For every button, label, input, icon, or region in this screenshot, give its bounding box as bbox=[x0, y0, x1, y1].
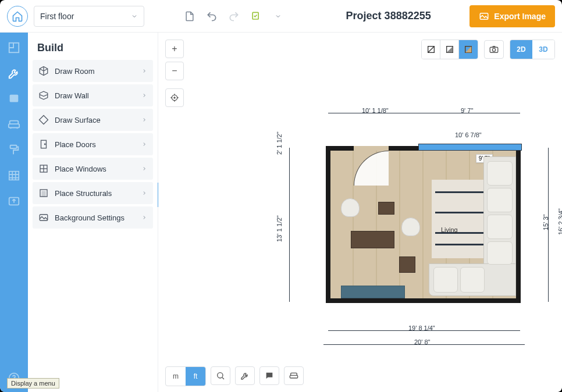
chevron-right-icon bbox=[141, 215, 147, 220]
status-tooltip: Display a menu bbox=[7, 378, 59, 389]
surface-icon bbox=[38, 115, 49, 125]
chevron-right-icon bbox=[141, 190, 147, 196]
window-icon bbox=[38, 163, 49, 174]
cabinet[interactable] bbox=[341, 286, 405, 298]
view-mode-group: 2D 3D bbox=[510, 40, 555, 59]
panel-item-label: Place Doors bbox=[55, 140, 96, 149]
svg-line-22 bbox=[428, 47, 434, 53]
room-label: Living bbox=[441, 226, 458, 233]
dim-right-inner: 15' 3" bbox=[542, 215, 549, 230]
icon-sidebar bbox=[0, 33, 28, 392]
floorplan-canvas[interactable]: + − bbox=[158, 33, 562, 392]
dim-left-lower: 13' 1 1/2" bbox=[276, 215, 283, 242]
build-panel: Build Draw RoomDraw WallDraw SurfacePlac… bbox=[28, 33, 158, 392]
dim-bottom-inner: 19' 8 1/4" bbox=[408, 325, 435, 332]
door-opening[interactable] bbox=[354, 146, 389, 151]
panel-item-draw-room[interactable]: Draw Room bbox=[33, 60, 153, 82]
save-status-icon[interactable] bbox=[250, 10, 262, 23]
panel-item-label: Draw Wall bbox=[55, 91, 89, 100]
zoom-in-button[interactable]: + bbox=[165, 40, 184, 58]
structural-icon bbox=[38, 188, 49, 198]
chevron-right-icon bbox=[141, 92, 147, 98]
svg-line-28 bbox=[222, 377, 224, 379]
furniture-button[interactable] bbox=[284, 366, 304, 385]
panel-item-draw-surface[interactable]: Draw Surface bbox=[33, 109, 153, 131]
svg-rect-29 bbox=[290, 375, 297, 378]
svg-rect-17 bbox=[42, 191, 45, 197]
panel-item-label: Draw Surface bbox=[55, 116, 101, 124]
panel-item-label: Place Structurals bbox=[55, 189, 112, 198]
zoom-out-button[interactable]: − bbox=[165, 62, 184, 80]
armchair-1[interactable] bbox=[341, 198, 360, 217]
notes-mode-icon[interactable] bbox=[7, 92, 21, 106]
tools-button[interactable] bbox=[235, 366, 255, 385]
locate-button[interactable] bbox=[165, 88, 184, 107]
svg-rect-5 bbox=[10, 145, 17, 149]
panel-item-place-doors[interactable]: Place Doors bbox=[33, 133, 153, 155]
unit-ft-button[interactable]: ft bbox=[186, 367, 205, 386]
door-icon bbox=[38, 139, 49, 149]
materials-mode-icon[interactable] bbox=[7, 169, 21, 183]
texture-color-button[interactable] bbox=[459, 40, 478, 59]
plan-mode-icon[interactable] bbox=[7, 41, 21, 55]
panel-item-draw-wall[interactable]: Draw Wall bbox=[33, 84, 153, 106]
svg-rect-3 bbox=[10, 95, 19, 102]
panel-item-label: Background Settings bbox=[55, 213, 125, 222]
panel-item-place-windows[interactable]: Place Windows bbox=[33, 158, 153, 180]
floor-selector-label: First floor bbox=[40, 12, 74, 21]
side-table-1[interactable] bbox=[378, 202, 394, 215]
camera-button[interactable] bbox=[484, 40, 504, 59]
export-button-label: Export Image bbox=[494, 12, 546, 21]
dim-left-upper: 2' 1 1/2" bbox=[276, 131, 283, 155]
chevron-right-icon bbox=[141, 117, 147, 123]
room-living[interactable]: 9' 7" bbox=[326, 146, 521, 303]
app-logo[interactable] bbox=[7, 6, 28, 27]
dim-right-outer: 16' 2 3/4" bbox=[557, 208, 562, 235]
svg-rect-10 bbox=[40, 116, 48, 124]
floorplan-drawing: 10' 1 1/8" 9' 7" 10' 6 7/8" 2' 1 1/2" 13… bbox=[240, 79, 562, 318]
chevron-right-icon bbox=[141, 166, 147, 172]
comments-button[interactable] bbox=[259, 366, 279, 385]
view-2d-button[interactable]: 2D bbox=[510, 40, 532, 59]
unit-m-button[interactable]: m bbox=[166, 367, 186, 386]
chevron-down-icon[interactable] bbox=[272, 10, 284, 23]
armchair-2[interactable] bbox=[401, 218, 420, 236]
floor-selector[interactable]: First floor bbox=[34, 6, 144, 27]
dim-top-right: 9' 7" bbox=[461, 107, 473, 114]
svg-point-12 bbox=[45, 144, 46, 145]
svg-point-27 bbox=[218, 373, 223, 378]
dim-top-left: 10' 1 1/8" bbox=[362, 107, 389, 114]
view-3d-button[interactable]: 3D bbox=[532, 40, 554, 59]
paint-mode-icon[interactable] bbox=[7, 143, 21, 157]
panel-item-label: Draw Room bbox=[55, 67, 95, 76]
unit-toggle: m ft bbox=[165, 366, 206, 386]
selected-wall[interactable] bbox=[418, 144, 522, 151]
undo-icon[interactable] bbox=[205, 10, 218, 23]
chevron-right-icon bbox=[141, 141, 147, 147]
svg-point-26 bbox=[492, 48, 495, 51]
dim-bottom-outer: 20' 8" bbox=[414, 338, 430, 345]
texture-none-button[interactable] bbox=[422, 40, 440, 59]
build-mode-icon[interactable] bbox=[7, 66, 21, 80]
image-export-icon bbox=[479, 11, 489, 22]
dim-selected-top: 10' 6 7/8" bbox=[455, 131, 482, 138]
panel-title: Build bbox=[28, 33, 158, 60]
export-mode-icon[interactable] bbox=[7, 194, 21, 208]
svg-rect-6 bbox=[9, 172, 19, 180]
wall-icon bbox=[38, 90, 49, 101]
svg-point-20 bbox=[174, 97, 175, 98]
panel-item-background-settings[interactable]: Background Settings bbox=[33, 206, 153, 229]
furniture-mode-icon[interactable] bbox=[7, 117, 21, 131]
panel-item-label: Place Windows bbox=[55, 165, 106, 173]
new-file-icon[interactable] bbox=[183, 10, 196, 23]
texture-mode-group bbox=[421, 40, 478, 59]
side-table-2[interactable] bbox=[399, 256, 415, 273]
search-button[interactable] bbox=[211, 366, 230, 385]
export-image-button[interactable]: Export Image bbox=[469, 5, 555, 27]
chevron-right-icon bbox=[141, 68, 147, 74]
coffee-table[interactable] bbox=[351, 231, 394, 248]
redo-icon[interactable] bbox=[227, 10, 240, 23]
cube-icon bbox=[38, 66, 49, 76]
panel-item-place-structurals[interactable]: Place Structurals bbox=[33, 182, 153, 204]
texture-bw-button[interactable] bbox=[440, 40, 459, 59]
